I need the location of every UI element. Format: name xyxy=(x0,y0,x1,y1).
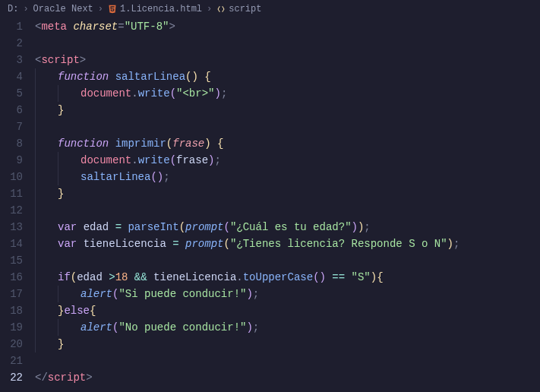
code-line[interactable]: }else{ xyxy=(35,302,540,319)
line-number: 7 xyxy=(0,119,23,135)
script-symbol-icon xyxy=(216,5,226,14)
code-line[interactable]: } xyxy=(35,185,540,202)
line-number: 4 xyxy=(0,68,23,85)
line-number: 15 xyxy=(0,252,23,269)
breadcrumb-symbol[interactable]: script xyxy=(229,4,261,14)
code-line[interactable] xyxy=(35,252,540,269)
code-line[interactable] xyxy=(35,35,540,52)
code-line[interactable]: } xyxy=(35,336,540,352)
code-line[interactable]: <meta charset="UTF-8"> xyxy=(35,18,540,35)
line-number: 22 xyxy=(0,369,23,386)
code-line[interactable]: } xyxy=(35,102,540,119)
chevron-right-icon: › xyxy=(98,4,103,14)
breadcrumb-drive[interactable]: D: xyxy=(8,4,18,14)
code-line[interactable] xyxy=(35,202,540,219)
chevron-right-icon: › xyxy=(207,4,212,14)
code-line[interactable]: alert("No puede conducir!"); xyxy=(35,319,540,336)
code-line[interactable]: document.write("<br>"); xyxy=(35,85,540,102)
line-number: 21 xyxy=(0,352,23,369)
code-line[interactable] xyxy=(35,119,540,135)
breadcrumb-file[interactable]: 1.Licencia.html xyxy=(120,4,202,14)
code-line[interactable] xyxy=(35,352,540,369)
chevron-right-icon: › xyxy=(23,4,28,14)
code-editor[interactable]: 12345678910111213141516171819202122 <met… xyxy=(0,18,540,392)
line-number: 14 xyxy=(0,236,23,252)
line-number: 11 xyxy=(0,185,23,202)
line-number: 8 xyxy=(0,135,23,152)
line-number: 6 xyxy=(0,102,23,119)
code-line[interactable]: function saltarLinea() { xyxy=(35,68,540,85)
line-number: 20 xyxy=(0,336,23,352)
code-line[interactable]: function imprimir(frase) { xyxy=(35,135,540,152)
line-number: 9 xyxy=(0,152,23,169)
breadcrumb[interactable]: D: › Oracle Next › 1.Licencia.html › scr… xyxy=(0,0,540,18)
code-line[interactable]: </script> xyxy=(35,369,540,386)
code-line[interactable]: alert("Si puede conducir!"); xyxy=(35,286,540,302)
line-number: 12 xyxy=(0,202,23,219)
line-number: 18 xyxy=(0,302,23,319)
code-line[interactable]: var tieneLicencia = prompt("¿Tienes lice… xyxy=(35,236,540,252)
code-line[interactable]: var edad = parseInt(prompt("¿Cuál es tu … xyxy=(35,219,540,236)
code-line[interactable]: saltarLinea(); xyxy=(35,169,540,185)
line-number: 3 xyxy=(0,52,23,68)
html-file-icon xyxy=(108,5,117,14)
code-line[interactable]: if(edad >18 && tieneLicencia.toUpperCase… xyxy=(35,269,540,286)
line-number: 2 xyxy=(0,35,23,52)
line-number: 5 xyxy=(0,85,23,102)
line-number: 1 xyxy=(0,18,23,35)
line-number: 13 xyxy=(0,219,23,236)
line-number: 10 xyxy=(0,169,23,185)
code-line[interactable]: <script> xyxy=(35,52,540,68)
line-number: 16 xyxy=(0,269,23,286)
line-number: 19 xyxy=(0,319,23,336)
code-line[interactable]: document.write(frase); xyxy=(35,152,540,169)
breadcrumb-folder[interactable]: Oracle Next xyxy=(33,4,93,14)
line-number-gutter: 12345678910111213141516171819202122 xyxy=(0,18,32,392)
line-number: 17 xyxy=(0,286,23,302)
code-area[interactable]: <meta charset="UTF-8"> <script> function… xyxy=(32,18,540,392)
